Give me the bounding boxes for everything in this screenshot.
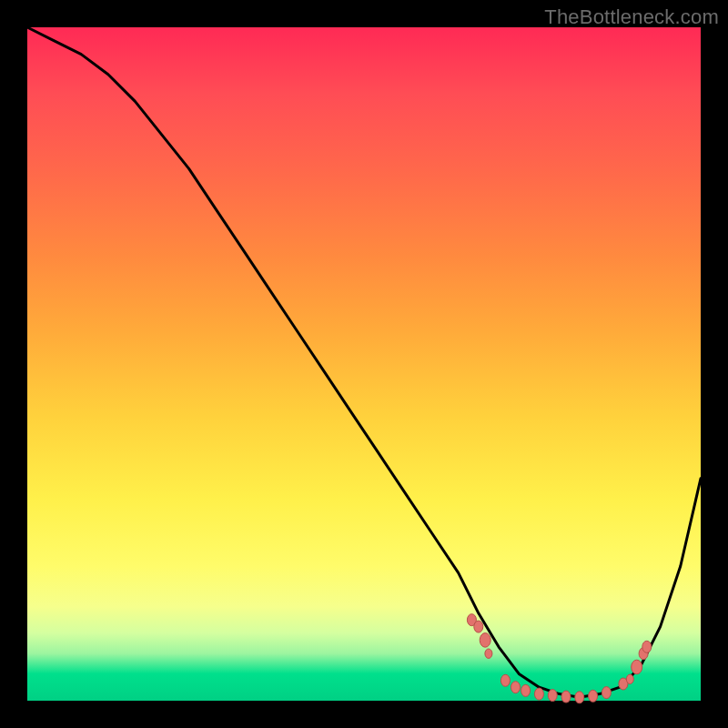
marker-dot (561, 691, 571, 703)
bottleneck-curve-path (27, 27, 701, 697)
marker-dot (474, 621, 483, 632)
marker-dot (485, 649, 492, 658)
marker-dot (480, 633, 490, 648)
optimal-zone-markers (467, 614, 651, 703)
marker-dot (511, 682, 521, 693)
marker-dot (521, 684, 531, 696)
chart-frame: TheBottleneck.com (0, 0, 728, 728)
watermark-text: TheBottleneck.com (544, 5, 719, 29)
marker-dot (500, 674, 510, 686)
marker-dot (632, 660, 642, 674)
marker-dot (602, 687, 611, 699)
marker-dot (626, 674, 633, 683)
marker-dot (534, 688, 543, 700)
marker-dot (548, 690, 557, 702)
marker-dot (575, 692, 584, 703)
plot-area (27, 27, 701, 701)
marker-dot (642, 641, 652, 652)
chart-svg (27, 27, 701, 701)
marker-dot (589, 690, 598, 702)
